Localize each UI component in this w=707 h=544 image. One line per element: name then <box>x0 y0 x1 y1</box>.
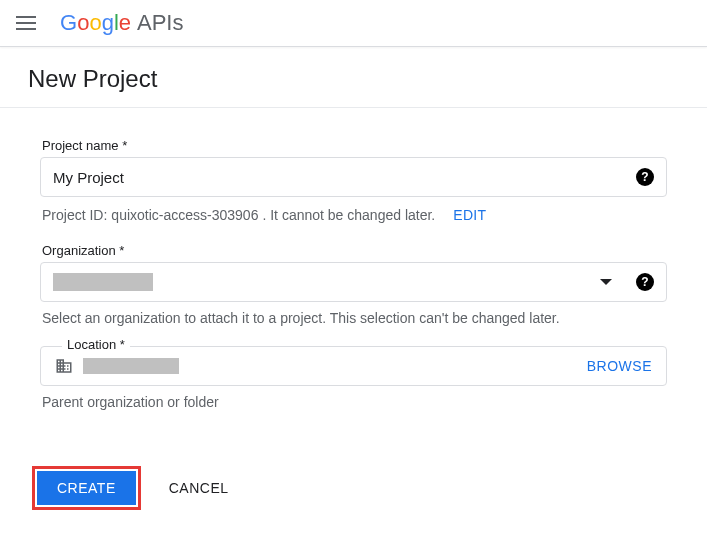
project-id-hint: Project ID: quixotic-access-303906 . It … <box>40 207 667 223</box>
location-helper: Parent organization or folder <box>40 394 667 410</box>
browse-location-button[interactable]: BROWSE <box>587 358 652 374</box>
top-bar: Google APIs <box>0 0 707 47</box>
chevron-down-icon[interactable] <box>600 279 612 285</box>
project-id-prefix: Project ID: <box>42 207 107 223</box>
help-icon[interactable]: ? <box>636 168 654 186</box>
location-label: Location * <box>62 337 130 352</box>
page-title: New Project <box>0 47 707 108</box>
organization-label: Organization * <box>40 243 667 258</box>
create-button-highlight: CREATE <box>32 466 141 510</box>
new-project-form: Project name * ? Project ID: quixotic-ac… <box>0 108 707 450</box>
organization-select[interactable]: ? <box>40 262 667 302</box>
project-id-value: quixotic-access-303906 <box>111 207 258 223</box>
project-name-input-box: ? <box>40 157 667 197</box>
location-field-group: Location * BROWSE Parent organization or… <box>40 346 667 410</box>
hamburger-menu-icon[interactable] <box>16 11 40 35</box>
cancel-button[interactable]: CANCEL <box>161 471 237 505</box>
project-id-suffix: . It cannot be changed later. <box>262 207 435 223</box>
organization-field-group: Organization * ? Select an organization … <box>40 243 667 326</box>
location-box: BROWSE <box>40 346 667 386</box>
building-icon <box>55 357 73 375</box>
organization-helper: Select an organization to attach it to a… <box>40 310 667 326</box>
form-actions: CREATE CANCEL <box>0 450 707 530</box>
create-button[interactable]: CREATE <box>37 471 136 505</box>
help-icon[interactable]: ? <box>636 273 654 291</box>
project-name-label: Project name * <box>40 138 667 153</box>
edit-project-id-link[interactable]: EDIT <box>453 207 486 223</box>
location-value-redacted <box>83 358 179 374</box>
logo-suffix: APIs <box>137 10 183 36</box>
project-name-input[interactable] <box>53 169 628 186</box>
project-name-field-group: Project name * ? Project ID: quixotic-ac… <box>40 138 667 223</box>
organization-value-redacted <box>53 273 153 291</box>
google-apis-logo[interactable]: Google APIs <box>60 10 183 36</box>
